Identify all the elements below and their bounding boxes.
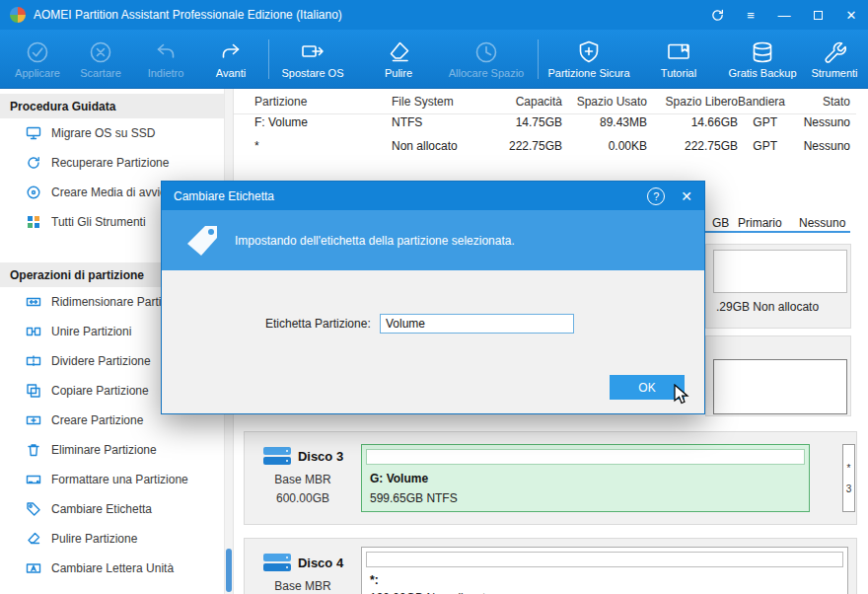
partition-label-field-label: Etichetta Partizione: bbox=[265, 317, 371, 331]
sidebar-scrollbar-thumb[interactable] bbox=[226, 549, 232, 592]
disk-name: Disco 4 bbox=[298, 556, 343, 570]
disk-row-4[interactable]: Disco 4 Base MBR 190.00GB *: 190.00GB No… bbox=[244, 538, 857, 594]
partition-detail: 599.65GB NTFS bbox=[370, 491, 458, 505]
wipe-partition-icon bbox=[26, 531, 41, 547]
mouse-cursor bbox=[674, 384, 691, 409]
sidebar-item-recover-partition[interactable]: Recuperare Partizione bbox=[0, 148, 233, 178]
partial-partition-bar bbox=[713, 359, 847, 414]
disk-info: Disco 4 Base MBR 190.00GB bbox=[251, 547, 355, 594]
tag-icon bbox=[183, 222, 221, 260]
minimize-icon: — bbox=[778, 8, 791, 23]
split-partition-icon bbox=[26, 353, 41, 369]
sidebar-item-change-label[interactable]: Cambiare Etichetta bbox=[0, 494, 233, 524]
partition-label-input[interactable] bbox=[380, 314, 574, 334]
dialog-banner: Impostando dell'etichetta della partizio… bbox=[162, 210, 704, 270]
dialog-body: Etichetta Partizione: OK bbox=[162, 270, 704, 415]
backup-database-icon bbox=[750, 39, 775, 65]
partial-disk-block: .29GB Non allocato bbox=[705, 244, 851, 329]
partial-partition-bar bbox=[713, 250, 847, 293]
all-tools-icon bbox=[26, 214, 41, 230]
partition-detail: 3 bbox=[846, 483, 852, 494]
close-icon: ✕ bbox=[846, 8, 857, 23]
selected-row-underline bbox=[705, 231, 850, 233]
apply-button: Applicare bbox=[8, 32, 67, 87]
table-row[interactable]: * Non allocato 222.75GB 0.00KB 222.75GB … bbox=[234, 134, 856, 158]
toolbar: Applicare Scartare Indietro Avanti Spost… bbox=[0, 30, 868, 89]
aomei-logo-icon bbox=[10, 7, 26, 23]
resize-partition-icon bbox=[26, 294, 41, 310]
sidebar-item-wipe-partition[interactable]: Pulire Partizione bbox=[0, 524, 233, 554]
partial-row-status: Nessuno bbox=[799, 216, 845, 230]
dialog-help-button[interactable]: ? bbox=[647, 187, 665, 205]
wrench-icon bbox=[822, 39, 847, 65]
allocate-space-button: Allocare Spazio bbox=[444, 32, 529, 87]
sidebar-section-wizards: Procedura Guidata bbox=[0, 94, 233, 118]
sidebar-item-format-partition[interactable]: Formattare una Partizione bbox=[0, 465, 233, 494]
refresh-icon bbox=[710, 8, 725, 23]
tools-button[interactable]: Strumenti bbox=[805, 32, 864, 87]
column-header: Spazio Libero bbox=[647, 95, 738, 109]
menu-icon: ≡ bbox=[747, 8, 755, 23]
minimize-button[interactable]: — bbox=[767, 0, 801, 30]
copy-partition-icon bbox=[26, 383, 41, 399]
disk-info: Disco 3 Base MBR 600.00GB bbox=[251, 440, 355, 505]
close-button[interactable]: ✕ bbox=[834, 0, 868, 30]
column-header: Partizione bbox=[234, 95, 392, 109]
column-header: Bandiera bbox=[738, 95, 777, 109]
forward-icon bbox=[218, 39, 244, 65]
sidebar-item-change-drive-letter[interactable]: Cambiare Lettera Unità bbox=[0, 554, 233, 583]
migrate-os-icon bbox=[26, 125, 41, 141]
partition-block-g-volume[interactable]: G: Volume 599.65GB NTFS bbox=[361, 444, 810, 512]
forward-button[interactable]: Avanti bbox=[201, 32, 260, 87]
back-icon bbox=[153, 39, 179, 65]
merge-partitions-icon bbox=[26, 324, 41, 339]
partition-block-unallocated-small[interactable]: * 3 bbox=[842, 444, 855, 512]
delete-partition-icon bbox=[26, 442, 41, 458]
partition-block-unallocated[interactable]: *: 190.00GB Non allocato bbox=[361, 547, 848, 594]
tutorial-button[interactable]: Tutorial bbox=[649, 32, 708, 87]
disk-name: Disco 3 bbox=[298, 449, 343, 464]
refresh-button[interactable] bbox=[700, 0, 734, 30]
tutorial-icon bbox=[666, 39, 691, 65]
back-button: Indietro bbox=[136, 32, 195, 87]
dialog-message: Impostando dell'etichetta della partizio… bbox=[235, 234, 515, 248]
secure-partition-button[interactable]: Partizione Sicura bbox=[545, 32, 632, 87]
table-row[interactable]: F: Volume NTFS 14.75GB 89.43MB 14.66GB G… bbox=[234, 111, 856, 134]
help-icon: ? bbox=[653, 190, 659, 202]
free-backup-button[interactable]: Gratis Backup bbox=[726, 32, 799, 87]
maximize-icon bbox=[814, 11, 823, 20]
window-controls: ≡ — ✕ bbox=[700, 0, 868, 30]
shield-icon bbox=[576, 39, 602, 65]
partial-unallocated-label: .29GB Non allocato bbox=[716, 300, 819, 314]
disk-size: 600.00GB bbox=[251, 491, 355, 505]
move-os-button[interactable]: Spostare OS bbox=[278, 32, 347, 87]
disk-drive-icon bbox=[262, 444, 292, 468]
partition-usage-bar bbox=[366, 552, 843, 567]
column-header: Capacità bbox=[497, 95, 562, 109]
title-bar: AOMEI Partition Assistant Professionale … bbox=[0, 0, 868, 30]
sidebar-item-delete-partition[interactable]: Eliminare Partizione bbox=[0, 435, 233, 465]
dialog-title: Cambiare Etichetta bbox=[174, 189, 647, 203]
wipe-button[interactable]: Pulire bbox=[370, 32, 427, 87]
partition-usage-bar bbox=[366, 449, 805, 465]
window-title: AOMEI Partition Assistant Professionale … bbox=[34, 8, 342, 22]
disk-row-3[interactable]: Disco 3 Base MBR 600.00GB G: Volume 599.… bbox=[244, 431, 857, 525]
dialog-close-button[interactable]: ✕ bbox=[681, 188, 692, 204]
partition-label: G: Volume bbox=[370, 472, 428, 485]
sidebar-item-migrate-os[interactable]: Migrare OS su SSD bbox=[0, 118, 233, 148]
discard-button: Scartare bbox=[71, 32, 130, 87]
discard-icon bbox=[88, 39, 113, 65]
column-header: Spazio Usato bbox=[562, 95, 647, 109]
dialog-title-bar: Cambiare Etichetta ? ✕ bbox=[162, 182, 704, 210]
move-os-icon bbox=[300, 39, 326, 65]
partial-disk-block bbox=[705, 335, 851, 416]
partial-row-capacity: GB bbox=[712, 216, 729, 230]
change-label-icon bbox=[26, 501, 41, 517]
allocate-space-icon bbox=[473, 39, 499, 65]
boot-media-icon bbox=[26, 185, 41, 200]
partition-label: *: bbox=[370, 573, 379, 587]
column-header: Stato bbox=[777, 95, 850, 109]
partition-label: * bbox=[847, 463, 851, 474]
maximize-button[interactable] bbox=[801, 0, 834, 30]
menu-button[interactable]: ≡ bbox=[734, 0, 767, 30]
